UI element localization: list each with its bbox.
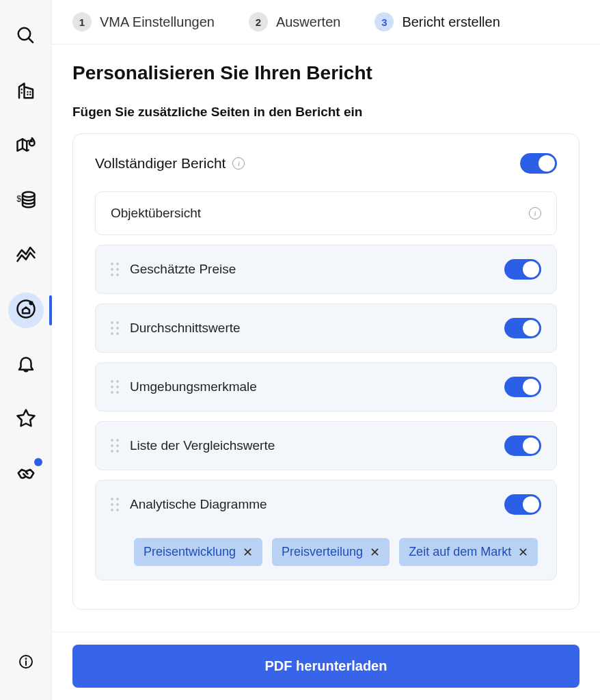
- full-report-label: Vollständiger Bericht: [95, 155, 226, 172]
- section-label: Objektübersicht: [111, 206, 518, 221]
- chip-time-on-market[interactable]: Zeit auf dem Markt ✕: [399, 538, 538, 566]
- section-toggle[interactable]: [504, 318, 541, 338]
- drag-handle-icon[interactable]: [111, 321, 119, 335]
- step-label: Auswerten: [276, 14, 341, 30]
- main: 1 VMA Einstellungen 2 Auswerten 3 Berich…: [52, 0, 600, 700]
- trend-icon: [16, 244, 36, 267]
- search-icon: [16, 25, 36, 49]
- chip-label: Preisentwicklung: [144, 545, 236, 559]
- step-label: VMA Einstellungen: [100, 14, 215, 30]
- section-comparables[interactable]: Liste der Vergleichswerte: [95, 421, 557, 470]
- sidebar-item-search[interactable]: [8, 19, 44, 55]
- section-averages[interactable]: Durchschnittswerte: [95, 304, 557, 353]
- sidebar-item-map-fire[interactable]: [8, 129, 44, 164]
- drag-handle-icon[interactable]: [111, 380, 119, 394]
- section-environment[interactable]: Umgebungsmerkmale: [95, 362, 557, 412]
- handshake-icon: [16, 463, 36, 486]
- chip-list: Preisentwicklung ✕ Preisverteilung ✕ Zei…: [134, 538, 564, 566]
- page-title: Personalisieren Sie Ihren Bericht: [72, 62, 579, 84]
- svg-point-8: [25, 658, 26, 659]
- full-report-toggle[interactable]: [520, 153, 557, 174]
- info-icon: [18, 654, 34, 673]
- svg-point-5: [29, 301, 32, 304]
- drag-handle-icon[interactable]: [111, 498, 119, 511]
- footer: PDF herunterladen: [52, 632, 600, 700]
- chip-price-trend[interactable]: Preisentwicklung ✕: [134, 538, 262, 566]
- chip-label: Zeit auf dem Markt: [409, 545, 511, 559]
- svg-line-1: [28, 38, 32, 42]
- drag-handle-icon[interactable]: [111, 262, 119, 276]
- step-1[interactable]: 1 VMA Einstellungen: [72, 12, 215, 31]
- content: Personalisieren Sie Ihren Bericht Fügen …: [52, 44, 600, 632]
- section-label: Durchschnittswerte: [130, 321, 493, 336]
- sidebar: $: [0, 0, 52, 700]
- svg-point-2: [23, 192, 35, 198]
- section-overview: Objektübersicht i: [95, 191, 557, 235]
- step-num: 1: [72, 12, 92, 31]
- section-label: Geschätzte Preise: [130, 262, 493, 277]
- step-num: 2: [249, 12, 268, 31]
- sidebar-item-info[interactable]: [8, 645, 44, 681]
- star-icon: [16, 408, 36, 431]
- sidebar-item-coins[interactable]: $: [8, 183, 44, 219]
- section-analytical-charts[interactable]: Analytische Diagramme Preisentwicklung ✕…: [95, 480, 557, 580]
- subtitle: Fügen Sie zusätzliche Seiten in den Beri…: [72, 105, 579, 120]
- close-icon[interactable]: ✕: [243, 546, 253, 558]
- section-toggle[interactable]: [504, 259, 541, 280]
- sidebar-item-building[interactable]: [8, 74, 44, 109]
- section-label: Liste der Vergleichswerte: [130, 438, 493, 453]
- chip-label: Preisverteilung: [282, 545, 363, 559]
- step-bar: 1 VMA Einstellungen 2 Auswerten 3 Berich…: [52, 0, 600, 44]
- download-pdf-button[interactable]: PDF herunterladen: [72, 645, 579, 688]
- full-report-header: Vollständiger Bericht i: [95, 153, 557, 174]
- info-icon[interactable]: i: [232, 157, 245, 170]
- section-toggle[interactable]: [504, 435, 541, 456]
- sidebar-item-handshake[interactable]: [8, 457, 44, 492]
- notification-badge: [34, 458, 42, 466]
- section-toggle[interactable]: [504, 494, 541, 515]
- close-icon[interactable]: ✕: [370, 546, 380, 558]
- sidebar-item-trend[interactable]: [8, 238, 44, 273]
- section-toggle[interactable]: [504, 377, 541, 397]
- bell-icon: [16, 353, 36, 377]
- step-label: Bericht erstellen: [402, 14, 500, 30]
- coins-icon: $: [16, 189, 36, 213]
- chip-price-dist[interactable]: Preisverteilung ✕: [272, 538, 390, 566]
- building-icon: [16, 80, 36, 103]
- report-card: Vollständiger Bericht i Objektübersicht …: [72, 133, 579, 610]
- step-2[interactable]: 2 Auswerten: [249, 12, 341, 31]
- home-target-icon: [16, 299, 36, 322]
- map-fire-icon: [16, 135, 36, 158]
- sidebar-item-star[interactable]: [8, 402, 44, 438]
- step-3[interactable]: 3 Bericht erstellen: [374, 12, 500, 31]
- section-label: Analytische Diagramme: [130, 497, 493, 512]
- section-estimated-prices[interactable]: Geschätzte Preise: [95, 245, 557, 294]
- close-icon[interactable]: ✕: [518, 546, 528, 558]
- step-num: 3: [374, 12, 394, 31]
- drag-handle-icon[interactable]: [111, 439, 119, 453]
- sidebar-item-valuation[interactable]: [8, 293, 44, 328]
- section-label: Umgebungsmerkmale: [130, 379, 493, 394]
- svg-text:$: $: [16, 194, 21, 204]
- info-icon[interactable]: i: [529, 207, 541, 219]
- sidebar-item-bell[interactable]: [8, 347, 44, 383]
